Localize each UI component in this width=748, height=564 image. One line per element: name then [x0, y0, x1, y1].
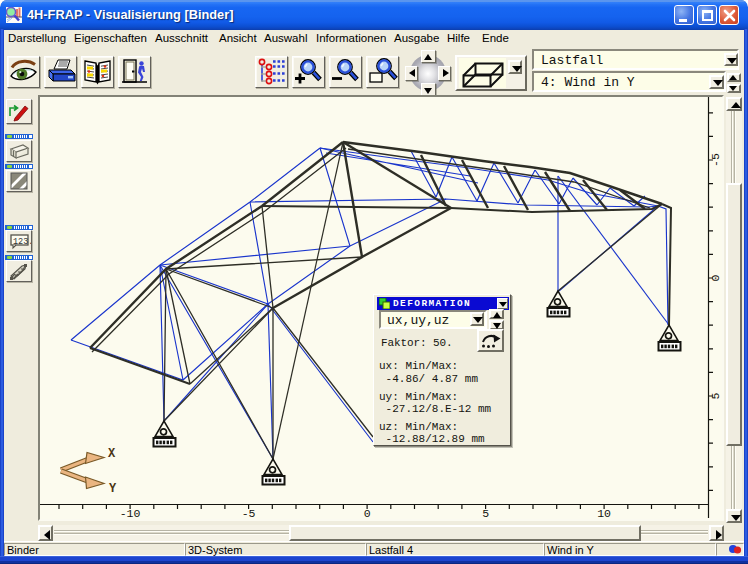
svg-text:-5: -5 [709, 153, 722, 167]
svg-text:-5: -5 [242, 507, 256, 519]
svg-text:123.: 123. [13, 237, 31, 247]
svg-text:5: 5 [482, 507, 489, 519]
svg-text:Y: Y [109, 482, 117, 496]
svg-text:0: 0 [364, 507, 371, 519]
svg-text:-10: -10 [120, 507, 141, 519]
svg-text:0: 0 [709, 274, 722, 281]
svg-text:5: 5 [709, 392, 722, 399]
svg-text:10: 10 [597, 507, 611, 519]
svg-text:X: X [108, 447, 116, 461]
